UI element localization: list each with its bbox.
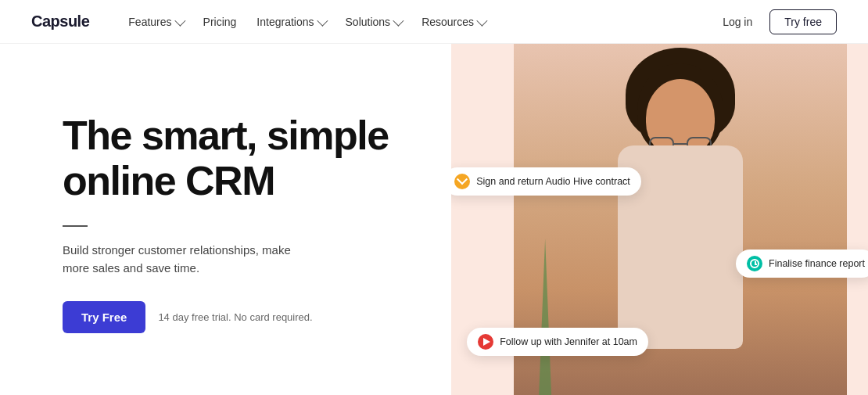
try-free-hero-button[interactable]: Try Free: [63, 301, 145, 333]
video-icon: [478, 334, 493, 350]
nav-features[interactable]: Features: [120, 11, 190, 33]
nav-actions: Log in Try free: [715, 9, 837, 34]
brand-logo[interactable]: Capsule: [31, 13, 89, 31]
chevron-down-icon: [174, 15, 185, 26]
task-pill-1: Sign and return Audio Hive contract: [451, 167, 641, 196]
check-icon: [454, 174, 470, 189]
task-pill-2: Finalise finance report: [736, 250, 868, 278]
login-button[interactable]: Log in: [715, 11, 760, 33]
chevron-down-icon: [476, 15, 487, 26]
nav-integrations[interactable]: Integrations: [249, 11, 332, 33]
nav-links: Features Pricing Integrations Solutions …: [120, 11, 715, 33]
try-free-nav-button[interactable]: Try free: [769, 9, 837, 34]
navigation: Capsule Features Pricing Integrations So…: [0, 0, 868, 44]
hero-cta: Try Free 14 day free trial. No card requ…: [63, 301, 420, 333]
cta-note: 14 day free trial. No card required.: [158, 311, 312, 323]
task-pill-3: Follow up with Jennifer at 10am: [467, 328, 648, 356]
clock-icon: [747, 256, 762, 271]
hero-section: The smart, simple online CRM Build stron…: [0, 44, 451, 395]
nav-pricing[interactable]: Pricing: [195, 11, 245, 33]
main-content: The smart, simple online CRM Build stron…: [0, 44, 868, 395]
hero-title: The smart, simple online CRM: [63, 113, 420, 203]
plant-decoration: [514, 239, 576, 395]
nav-solutions[interactable]: Solutions: [338, 11, 410, 33]
hero-divider: [63, 225, 88, 228]
chevron-down-icon: [393, 15, 404, 26]
chevron-down-icon: [317, 15, 328, 26]
hero-image-area: Sign and return Audio Hive contract Fina…: [451, 44, 868, 395]
nav-resources[interactable]: Resources: [414, 11, 493, 33]
hero-subtitle: Build stronger customer relationships, m…: [63, 241, 305, 278]
